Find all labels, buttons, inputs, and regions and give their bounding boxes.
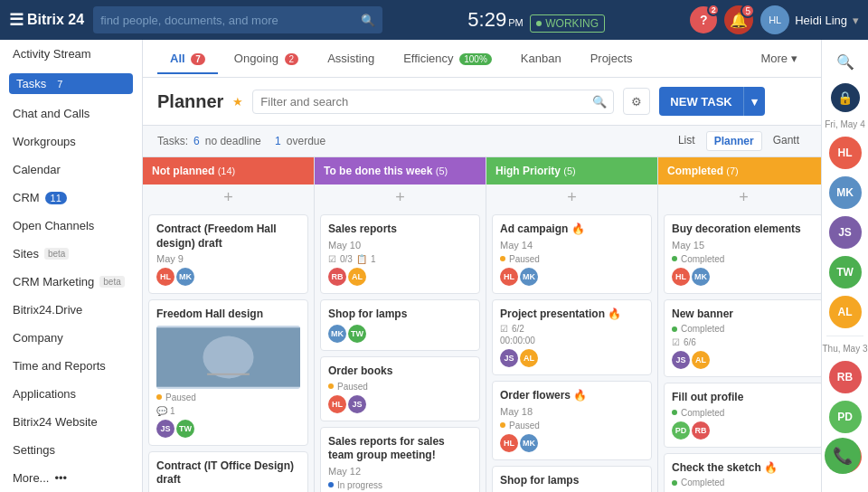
column-not-planned-add[interactable]: + [143,184,314,211]
right-panel-avatar[interactable]: TW [829,256,862,289]
status-label: Paused [165,393,196,402]
column-high-add[interactable]: + [486,184,657,211]
card-sales-reports-meeting[interactable]: Sales reports for sales team group meeti… [320,427,480,492]
status-indicator [672,256,677,261]
user-name: Heidi Ling [795,14,847,27]
status-label: Completed [681,478,724,487]
tab-projects[interactable]: Projects [578,43,646,74]
working-status[interactable]: WORKING [530,14,605,33]
card-shop-lamps-high[interactable]: Shop for lamps May 14 PD RB [492,466,652,492]
sidebar-item-drive[interactable]: Bitrix24.Drive [0,296,142,324]
right-panel-avatar[interactable]: JS [829,216,862,249]
view-gantt-button[interactable]: Gantt [766,131,807,151]
right-panel-date-label: Fri, May 4 [825,119,864,129]
card-shop-lamps-todo[interactable]: Shop for lamps MK TW [320,299,480,352]
card-fill-profile[interactable]: Fill out profile Completed PD RB [664,383,821,448]
sidebar-item-calendar[interactable]: Calendar [0,156,142,184]
sidebar-item-tasks[interactable]: Tasks 7 [9,73,133,94]
card-freedom-hall-design[interactable]: Freedom Hall design Paused [148,299,308,446]
card-status: Paused [328,382,472,392]
avatar: HL [328,395,346,413]
card-buy-decoration[interactable]: Buy decoration elements May 15 Completed… [664,214,821,294]
tasks-count-link[interactable]: 6 [193,135,200,147]
card-title: Check the sketch 🔥 [672,461,816,476]
card-date: May 10 [328,240,472,251]
right-panel-avatar[interactable]: RB [829,361,862,393]
tab-all-label: All [170,52,185,65]
right-panel-lock-button[interactable]: 🔒 [831,83,860,112]
tab-more-button[interactable]: More ▾ [751,44,807,72]
card-status: Paused [500,421,644,430]
favorite-star-icon[interactable]: ★ [232,95,243,109]
settings-button[interactable]: ⚙ [623,88,650,115]
view-list-button[interactable]: List [671,131,703,151]
sidebar-item-chat[interactable]: Chat and Calls [0,99,142,128]
filter-input[interactable] [252,90,614,114]
right-panel-avatar[interactable]: HL [829,137,862,169]
card-order-flowers[interactable]: Order flowers 🔥 May 18 Paused HL MK [492,381,652,460]
phone-button[interactable]: 📞 [825,438,861,474]
sidebar-item-open-channels[interactable]: Open Channels [0,212,142,240]
card-project-presentation[interactable]: Project presentation 🔥 ☑ 6/2 00:00:00 JS… [492,299,652,376]
sidebar-item-website[interactable]: Bitrix24 Website [0,408,142,436]
status-indicator [500,256,505,261]
right-panel-avatar[interactable]: MK [829,176,862,209]
more-label: More [760,52,788,65]
logo: ☰ Bitrix 24 [9,10,84,30]
sidebar-item-workgroups[interactable]: Workgroups [0,128,142,156]
help-button[interactable]: ? 2 [690,6,717,33]
sidebar-item-sites[interactable]: Sites beta [0,240,142,268]
sidebar-item-label: Bitrix24.Drive [13,303,82,317]
avatar: HL [500,434,518,452]
search-bar[interactable]: 🔍 [93,6,382,33]
sidebar-item-crm-marketing[interactable]: CRM Marketing beta [0,268,142,296]
card-comment: 💬 1 [156,406,300,416]
card-avatars: MK TW [328,325,472,343]
notification-bell[interactable]: 🔔 5 [724,5,753,34]
sidebar-item-more[interactable]: More... ••• [0,464,142,492]
avatar: HL [156,268,175,286]
tab-ongoing[interactable]: Ongoing 2 [222,43,311,74]
right-panel-search-button[interactable]: 🔍 [831,47,860,76]
card-ad-campaign[interactable]: Ad campaign 🔥 May 14 Paused HL MK [492,214,652,294]
column-todo-add[interactable]: + [315,184,486,211]
view-planner-button[interactable]: Planner [706,131,762,151]
user-profile[interactable]: HL Heidi Ling ▾ [760,5,859,34]
sidebar-item-applications[interactable]: Applications [0,380,142,408]
sidebar-item-reports[interactable]: Time and Reports [0,352,142,380]
tab-all-badge: 7 [191,53,205,65]
card-order-books[interactable]: Order books Paused HL JS [320,356,480,421]
avatar: TW [348,325,366,343]
planner-header: Planner ★ 🔍 ⚙ NEW TASK ▾ [143,78,821,126]
sidebar-item-crm[interactable]: CRM 11 [0,184,142,212]
right-panel-avatar[interactable]: AL [829,296,862,328]
column-not-planned: Not planned (14) + Contract (Freedom Hal… [143,157,315,492]
right-panel-avatar[interactable]: PD [829,401,862,433]
new-task-button[interactable]: NEW TASK ▾ [659,87,764,116]
tab-kanban[interactable]: Kanban [508,43,574,74]
tab-efficiency-badge: 100% [459,53,492,65]
overdue-count-link[interactable]: 1 [275,135,281,147]
settings-gear-icon: ⚙ [631,95,642,109]
column-todo: To be done this week (5) + Sales reports… [315,157,486,492]
card-new-banner[interactable]: New banner Completed ☑ 6/6 JS AL [664,299,821,378]
tab-assisting[interactable]: Assisting [315,43,387,74]
search-input[interactable] [100,14,361,27]
sidebar-item-settings[interactable]: Settings [0,436,142,464]
card-contract-freedom[interactable]: Contract (Freedom Hall design) draft May… [148,214,308,294]
card-contract-it[interactable]: Contract (IT Office Design) draft May 17… [148,451,308,492]
card-sales-reports[interactable]: Sales reports May 10 ☑ 0/3 📋 1 RB AL [320,214,480,294]
sidebar-item-company[interactable]: Company [0,324,142,352]
svg-point-1 [203,336,253,378]
column-completed-header: Completed (7) [658,157,821,184]
sidebar-item-activity[interactable]: Activity Stream [0,40,142,68]
column-completed-add[interactable]: + [658,184,821,211]
card-avatars: HL MK [156,268,300,286]
tab-all[interactable]: All 7 [157,43,218,74]
tab-efficiency[interactable]: Efficiency 100% [391,43,505,74]
card-check-sketch[interactable]: Check the sketch 🔥 Completed ☑ 4/4 HL MK [664,453,821,492]
card-status: Paused [500,254,644,264]
tab-projects-label: Projects [590,52,633,65]
column-todo-header: To be done this week (5) [315,157,486,184]
new-task-dropdown-icon[interactable]: ▾ [744,95,765,109]
